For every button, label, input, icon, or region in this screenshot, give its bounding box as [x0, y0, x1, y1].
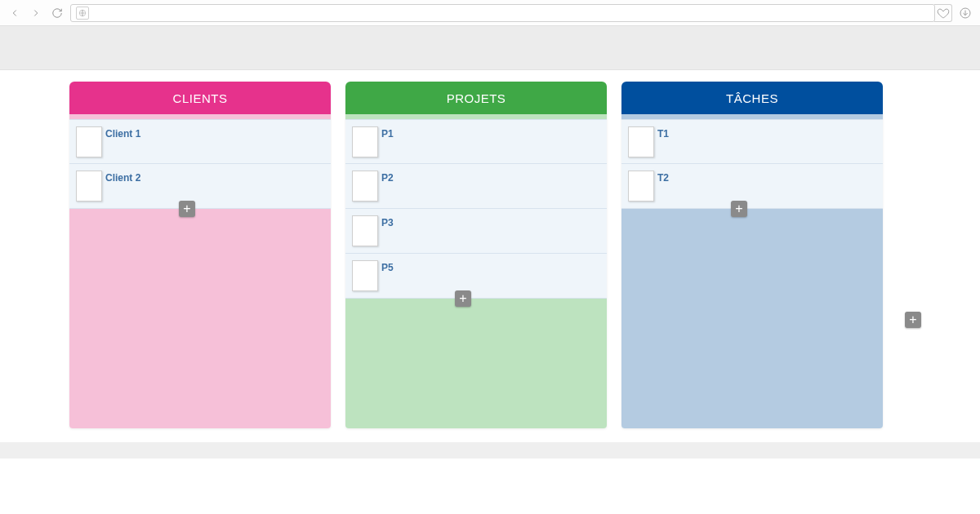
- column-header-projets: PROJETS: [345, 82, 607, 114]
- list-item[interactable]: P2: [345, 164, 607, 209]
- column-header-taches: TÂCHES: [621, 82, 883, 114]
- list-item[interactable]: P1: [345, 119, 607, 164]
- thumbnail-icon: [76, 171, 102, 202]
- item-label: P1: [381, 128, 394, 140]
- footer-strip: [0, 442, 980, 459]
- list-item[interactable]: Client 2: [69, 164, 331, 209]
- url-input[interactable]: [94, 7, 929, 19]
- item-label: Client 2: [105, 172, 140, 184]
- column-taches: TÂCHEST1T2+: [621, 82, 883, 428]
- item-label: T1: [657, 128, 669, 140]
- forward-button[interactable]: [28, 5, 44, 21]
- favorite-button[interactable]: [934, 4, 952, 22]
- thumbnail-icon: [352, 171, 378, 202]
- back-button[interactable]: [7, 5, 23, 21]
- globe-icon: [76, 7, 89, 20]
- board: CLIENTSClient 1Client 2+PROJETSP1P2P3P5+…: [0, 70, 980, 445]
- list-item[interactable]: T1: [621, 119, 883, 164]
- item-label: P2: [381, 172, 394, 184]
- columns-container: CLIENTSClient 1Client 2+PROJETSP1P2P3P5+…: [69, 82, 911, 428]
- item-label: T2: [657, 172, 669, 184]
- list-item[interactable]: Client 1: [69, 119, 331, 164]
- item-label: P3: [381, 217, 394, 228]
- items-list: T1T2: [621, 114, 883, 209]
- column-header-clients: CLIENTS: [69, 82, 331, 114]
- thumbnail-icon: [352, 215, 378, 246]
- column-clients: CLIENTSClient 1Client 2+: [69, 82, 331, 428]
- add-item-button[interactable]: +: [455, 290, 471, 307]
- items-list: Client 1Client 2: [69, 114, 331, 209]
- app-toolbar: [0, 26, 980, 70]
- item-label: P5: [381, 262, 394, 273]
- item-label: Client 1: [105, 128, 140, 140]
- browser-chrome: [0, 0, 980, 26]
- column-projets: PROJETSP1P2P3P5+: [345, 82, 607, 428]
- reload-button[interactable]: [49, 5, 65, 21]
- add-column-button[interactable]: +: [905, 312, 921, 328]
- list-item[interactable]: P5: [345, 254, 607, 299]
- thumbnail-icon: [352, 126, 378, 157]
- thumbnail-icon: [628, 126, 654, 157]
- column-body-taches: T1T2+: [621, 114, 883, 428]
- add-item-button[interactable]: +: [731, 201, 747, 217]
- url-field[interactable]: [70, 4, 935, 22]
- thumbnail-icon: [628, 171, 654, 202]
- list-item[interactable]: P3: [345, 209, 607, 254]
- add-item-button[interactable]: +: [179, 201, 195, 217]
- thumbnail-icon: [76, 126, 102, 157]
- column-body-clients: Client 1Client 2+: [69, 114, 331, 428]
- items-list: P1P2P3P5: [345, 114, 607, 299]
- list-item[interactable]: T2: [621, 164, 883, 209]
- column-body-projets: P1P2P3P5+: [345, 114, 607, 428]
- thumbnail-icon: [352, 260, 378, 291]
- download-button[interactable]: [957, 5, 973, 21]
